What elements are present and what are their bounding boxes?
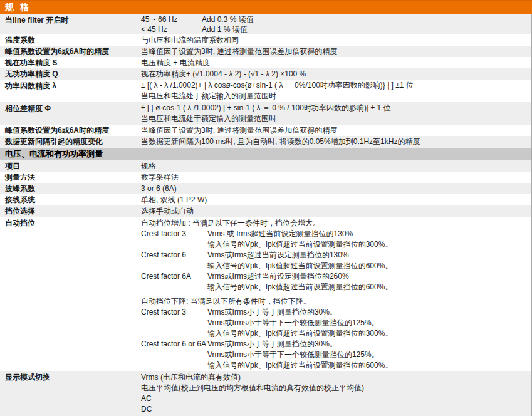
- row-value: 选择手动或自动: [135, 205, 531, 217]
- spec-sheet-page: 规 格 当line filter 开启时 45 ~ 66 Hz Add 0.3 …: [0, 0, 532, 416]
- crest-factor-item: Crest factor 3 Vrms或Irms小于等于测量挡位的30%。 Vr…: [141, 307, 529, 339]
- row-value: 45 ~ 66 Hz Add 0.3 % 读值 < 45 Hz Add 1 % …: [135, 14, 531, 34]
- page-title: 规 格: [0, 0, 532, 14]
- crest-factor-conditions: Vrms 或 Irms超过当前设定测量挡位的130% 输入信号的Vpk、Ipk值…: [207, 229, 392, 250]
- row-label: 峰值系数设置为6或6A时的精度: [0, 125, 135, 136]
- crest-factor-item: Crest factor 3 Vrms 或 Irms超过当前设定测量挡位的130…: [141, 229, 529, 250]
- row-label: 自动挡位: [0, 217, 135, 371]
- crest-factor-label: Crest factor 6: [141, 250, 207, 271]
- condition-line: Vrms或Irms小于等于测量挡位的30%。: [207, 339, 392, 350]
- table-row: 功率因数精度 λ ± [( λ - λ /1.0002)+ | λ cosø-c…: [0, 80, 531, 102]
- row-value: 单相, 双线 (1 P2 W): [135, 194, 531, 205]
- table-row: 当line filter 开启时 45 ~ 66 Hz Add 0.3 % 读值…: [0, 14, 531, 34]
- row-value: 视在功率精度+ (√1.0004 - λ 2) - (√1 - λ 2) ×10…: [135, 68, 531, 80]
- condition-line: 输入信号的Vpk、Ipk值超过当前设置测量挡位的300%。: [207, 328, 392, 339]
- value-line: < 45 Hz Add 1 % 读值: [141, 24, 529, 34]
- table-row: 视在功率精度 S 电压精度 + 电流精度: [0, 57, 531, 68]
- table-row: 接线系统 单相, 双线 (1 P2 W): [0, 194, 531, 205]
- row-label: 当line filter 开启时: [0, 14, 135, 34]
- table-row: 无功功率精度 Q 视在功率精度+ (√1.0004 - λ 2) - (√1 -…: [0, 68, 531, 80]
- condition-line: Vrms 或 Irms超过当前设定测量挡位的130%: [207, 229, 392, 239]
- row-value: 当峰值因子设置为3时, 通过将测量范围误差加倍获得的精度: [135, 46, 531, 57]
- row-label: 波峰系数: [0, 183, 135, 194]
- crest-factor-item: Crest factor 6 Vrms或Irms超过当前设定测量挡位的130% …: [141, 250, 529, 271]
- display-mode-option: AC: [141, 393, 529, 404]
- condition-line: 输入信号的Vpk、Ipk值超过当前设置测量挡位的600%。: [207, 261, 392, 271]
- row-value: 电压精度 + 电流精度: [135, 57, 531, 68]
- crest-factor-label: Crest factor 6A: [141, 271, 207, 293]
- row-value: 自动挡位增加 : 当满足以下任一条件时，挡位会增大。 Crest factor …: [135, 217, 531, 371]
- table-row: 数据更新间隔引起的精度变化 当数据更新间隔为100 ms时, 且为自动时, 将读…: [0, 136, 531, 148]
- row-label: 项目: [0, 160, 135, 172]
- row-label: 峰值系数设置为6或6A时的精度: [0, 46, 135, 57]
- table-row-auto-range: 自动挡位 自动挡位增加 : 当满足以下任一条件时，挡位会增大。 Crest fa…: [0, 217, 531, 371]
- crest-factor-label: Crest factor 3: [141, 307, 207, 339]
- condition-line: Vrms或Irms小于等于下一个较低测量挡位的125%。: [207, 350, 392, 360]
- row-value: 与电压和电流的温度系数相同: [135, 34, 531, 46]
- table-row: 温度系数 与电压和电流的温度系数相同: [0, 34, 531, 46]
- spec-table: 当line filter 开启时 45 ~ 66 Hz Add 0.3 % 读值…: [0, 14, 532, 416]
- row-value: 当数据更新间隔为100 ms时, 且为自动时, 将读数的0.05%增加到0.1H…: [135, 136, 531, 148]
- condition-line: Vrms或Irms小于等于下一个较低测量挡位的125%。: [207, 318, 392, 328]
- condition-line: 输入信号的Vpk、Ipk值超过当前设置测量挡位的600%。: [207, 282, 392, 293]
- crest-factor-label: Crest factor 6 or 6A: [141, 339, 207, 371]
- row-label: 接线系统: [0, 194, 135, 205]
- row-label: 显示模式切换: [0, 371, 135, 416]
- row-label: 挡位选择: [0, 205, 135, 217]
- display-mode-option: DC: [141, 404, 529, 415]
- crest-factor-conditions: Vrms或Irms超过当前设定测量挡位的260% 输入信号的Vpk、Ipk值超过…: [207, 271, 392, 293]
- row-value: 数字采样法: [135, 172, 531, 183]
- table-row: 挡位选择 选择手动或自动: [0, 205, 531, 217]
- row-value: ± [( λ - λ /1.0002)+ | λ cosø-cos{ø+sin-…: [135, 80, 531, 102]
- row-value: 当峰值因子设置为3时, 通过将测量范围误差加倍获得的精度: [135, 125, 531, 136]
- auto-range-decrease-intro: 自动挡位下降: 当满足以下所有条件时，挡位下降。: [141, 296, 529, 307]
- formula-line: ± [( λ - λ /1.0002)+ | λ cosø-cos{ø+sin-…: [141, 80, 529, 91]
- crest-factor-conditions: Vrms或Irms超过当前设定测量挡位的130% 输入信号的Vpk、Ipk值超过…: [207, 250, 392, 271]
- row-label: 功率因数精度 λ: [0, 80, 135, 102]
- condition-line: 输入信号的Vpk、Ipk值超过当前设置测量挡位的300%。: [207, 239, 392, 250]
- table-row: 峰值系数设置为6或6A时的精度 当峰值因子设置为3时, 通过将测量范围误差加倍获…: [0, 125, 531, 136]
- row-value: 规格: [135, 160, 531, 172]
- row-value: Vrms (电压和电流的真有效值) 电压平均值(校正到电压的均方根值和电流的真有…: [135, 371, 531, 416]
- table-row-display-mode: 显示模式切换 Vrms (电压和电流的真有效值) 电压平均值(校正到电压的均方根…: [0, 371, 531, 416]
- auto-range-increase-intro: 自动挡位增加 : 当满足以下任一条件时，挡位会增大。: [141, 218, 529, 229]
- section-header: 电压、电流和有功功率测量: [0, 148, 531, 160]
- table-row: 测量方法 数字采样法: [0, 172, 531, 183]
- table-row: 波峰系数 3 or 6 (6A): [0, 183, 531, 194]
- row-label: 视在功率精度 S: [0, 57, 135, 68]
- condition-line: 输入信号的Vpk、Ipk值超过当前设置测量挡位的600%。: [207, 360, 392, 371]
- crest-factor-conditions: Vrms或Irms小于等于测量挡位的30%。 Vrms或Irms小于等于下一个较…: [207, 307, 392, 339]
- condition-line: 当电压和电流处于额定输入的测量范围时: [141, 91, 529, 101]
- table-row: 相位差精度 Φ ± [ | ø-cos-1 ( λ /1.0002) | + s…: [0, 102, 531, 125]
- table-row: 项目 规格: [0, 160, 531, 172]
- accuracy-add: Add 1 % 读值: [202, 24, 248, 34]
- row-label: 测量方法: [0, 172, 135, 183]
- display-mode-option: Vrms (电压和电流的真有效值): [141, 372, 529, 383]
- row-label: 相位差精度 Φ: [0, 102, 135, 125]
- row-label: 无功功率精度 Q: [0, 68, 135, 80]
- row-label: 温度系数: [0, 34, 135, 46]
- crest-factor-item: Crest factor 6A Vrms或Irms超过当前设定测量挡位的260%…: [141, 271, 529, 293]
- crest-factor-conditions: Vrms或Irms小于等于测量挡位的30%。 Vrms或Irms小于等于下一个较…: [207, 339, 392, 371]
- condition-line: Vrms或Irms超过当前设定测量挡位的130%: [207, 250, 392, 261]
- condition-line: Vrms或Irms小于等于测量挡位的30%。: [207, 307, 392, 318]
- row-value: 3 or 6 (6A): [135, 183, 531, 194]
- crest-factor-label: Crest factor 3: [141, 229, 207, 250]
- freq-range: < 45 Hz: [141, 24, 202, 34]
- formula-line: ± [ | ø-cos-1 ( λ /1.0002) | + sin-1 ( λ…: [141, 103, 529, 113]
- row-label: 数据更新间隔引起的精度变化: [0, 136, 135, 148]
- value-line: 45 ~ 66 Hz Add 0.3 % 读值: [141, 14, 529, 24]
- accuracy-add: Add 0.3 % 读值: [202, 14, 254, 24]
- crest-factor-item: Crest factor 6 or 6A Vrms或Irms小于等于测量挡位的3…: [141, 339, 529, 371]
- table-row: 峰值系数设置为6或6A时的精度 当峰值因子设置为3时, 通过将测量范围误差加倍获…: [0, 46, 531, 57]
- row-value: ± [ | ø-cos-1 ( λ /1.0002) | + sin-1 ( λ…: [135, 102, 531, 125]
- freq-range: 45 ~ 66 Hz: [141, 14, 202, 24]
- display-mode-option: 电压平均值(校正到电压的均方根值和电流的真有效值的校正平均值): [141, 383, 529, 393]
- condition-line: Vrms或Irms超过当前设定测量挡位的260%: [207, 271, 392, 282]
- condition-line: 当电压和电流处于额定输入的测量范围时: [141, 113, 529, 124]
